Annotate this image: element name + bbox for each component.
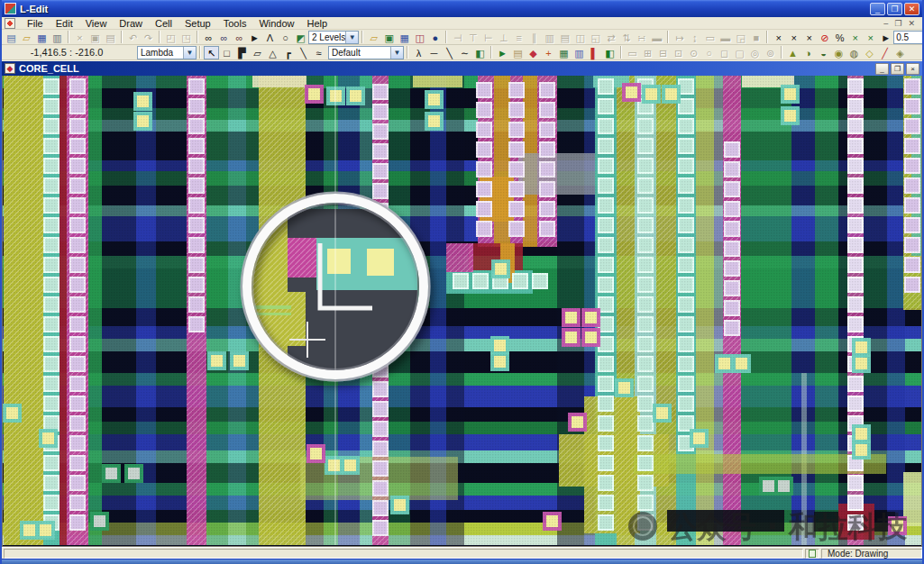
- drc-setup-button[interactable]: ▥: [572, 46, 587, 59]
- menu-edit[interactable]: Edit: [50, 18, 79, 29]
- drawing-toolbar: -1,416.5 : -216.0 Lambda ▼ ↖□▛▱△┏╲≈ Defa…: [2, 45, 922, 60]
- align-y-button[interactable]: ×: [863, 31, 878, 44]
- edit-in-place-button[interactable]: +: [541, 46, 556, 59]
- wire-tool[interactable]: ≈: [311, 46, 326, 59]
- print-button[interactable]: ▥: [50, 31, 65, 44]
- zoom-tool-button[interactable]: ○: [278, 31, 293, 44]
- place-instance-button[interactable]: ►: [495, 46, 510, 59]
- window-frame-bottom: [2, 559, 922, 564]
- find-all-button[interactable]: ∞: [232, 31, 247, 44]
- mdi-window-controls: –❐✕: [883, 19, 920, 28]
- save-button[interactable]: ▦: [34, 31, 50, 44]
- clean-button[interactable]: ◈: [892, 46, 908, 59]
- wire-style-combobox[interactable]: Default ▼: [328, 46, 404, 59]
- toolbar-group-zoom2: ▭⊞⊟⊡⊙○◻▢◎⊚: [625, 46, 778, 59]
- layout-canvas-svg: 公众号 · 和拉科技: [3, 76, 921, 545]
- cell-browser-button[interactable]: ◫: [412, 31, 427, 44]
- bulb-button[interactable]: ◇: [862, 46, 877, 59]
- menu-draw[interactable]: Draw: [113, 18, 149, 29]
- ruler45-tool[interactable]: ╲: [442, 46, 457, 59]
- wire45-tool[interactable]: ╲: [296, 46, 311, 59]
- mdi-close-button[interactable]: ✕: [908, 19, 915, 28]
- menu-setup[interactable]: Setup: [178, 18, 217, 29]
- boolean-button: ■: [748, 31, 764, 44]
- box-tool[interactable]: □: [219, 46, 234, 59]
- levels-value: 2 Levels: [312, 32, 345, 42]
- open-button[interactable]: ▱: [19, 31, 34, 44]
- highlight-button[interactable]: ◍: [846, 46, 862, 59]
- chevron-down-icon[interactable]: ▼: [345, 32, 358, 43]
- move-by-button[interactable]: ►: [878, 31, 893, 44]
- grid-units-value: Lambda: [141, 48, 173, 58]
- select-tool[interactable]: ↖: [204, 46, 219, 59]
- node-highlight-button[interactable]: ◑: [800, 46, 816, 59]
- close-button[interactable]: ✕: [904, 3, 919, 15]
- layer-palette-button[interactable]: ◩: [293, 31, 308, 44]
- grow-amount-field[interactable]: [893, 31, 924, 44]
- chevron-down-icon[interactable]: ▼: [183, 47, 196, 59]
- polygon45-tool[interactable]: ▱: [250, 46, 265, 59]
- marker-button[interactable]: ╱: [877, 46, 892, 59]
- menu-tools[interactable]: Tools: [217, 18, 253, 29]
- instance-cell-button[interactable]: ▣: [381, 31, 397, 44]
- origin-button: ◎: [747, 46, 763, 59]
- coordinate-readout: -1,416.5 : -216.0: [4, 47, 137, 58]
- child-window-titlebar[interactable]: ◆ CORE_CELL _ ❐ ×: [2, 60, 922, 76]
- app-icon: [5, 3, 16, 14]
- ungroup-button: ◱: [588, 31, 603, 44]
- child-minimize-button[interactable]: _: [875, 63, 889, 75]
- cell-icon: ◆: [5, 63, 15, 74]
- find-next-button[interactable]: ∞: [216, 31, 232, 44]
- mode-label: Mode: Drawing: [828, 549, 888, 559]
- cross-section-button[interactable]: ▦: [556, 46, 572, 59]
- scale-button[interactable]: %: [832, 31, 847, 44]
- menu-file[interactable]: File: [21, 18, 50, 29]
- ruler-line-tool[interactable]: ─: [426, 46, 442, 59]
- layout-canvas[interactable]: 公众号 · 和拉科技: [2, 76, 922, 547]
- measure-button[interactable]: Λ: [262, 31, 278, 44]
- chevron-down-icon[interactable]: ▼: [390, 47, 403, 59]
- all-angle-wire-tool[interactable]: λ: [411, 46, 426, 59]
- restore-button[interactable]: ❐: [887, 3, 902, 15]
- polygon90-tool[interactable]: ▛: [234, 46, 250, 59]
- drc-flag-button[interactable]: ▲: [785, 46, 800, 59]
- mdi-minimize-button[interactable]: –: [883, 19, 888, 28]
- node-trace-button[interactable]: ◒: [816, 46, 831, 59]
- probe-button[interactable]: ◉: [831, 46, 846, 59]
- menu-window[interactable]: Window: [252, 18, 300, 29]
- wire90-tool[interactable]: ┏: [280, 46, 296, 59]
- menu-help[interactable]: Help: [301, 18, 334, 29]
- edit-object-button[interactable]: ►: [247, 31, 262, 44]
- copy-button: ▣: [87, 31, 103, 44]
- minimize-button[interactable]: _: [870, 3, 885, 15]
- align-x-button[interactable]: ×: [847, 31, 863, 44]
- child-restore-button[interactable]: ❐: [891, 63, 904, 75]
- port-tool[interactable]: ◧: [472, 46, 488, 59]
- drc-box-button[interactable]: ◧: [602, 46, 618, 59]
- cut-button: ×: [72, 31, 87, 44]
- toolbar-group-wires: λ─╲∼◧: [411, 46, 488, 59]
- tcell-button[interactable]: ◆: [526, 46, 541, 59]
- curve-tool[interactable]: ∼: [457, 46, 472, 59]
- drc-run-button[interactable]: ▌: [587, 46, 602, 59]
- app-window: L-Edit _ ❐ ✕ FileEditViewDrawCellSetupTo…: [0, 0, 924, 564]
- child-close-button[interactable]: ×: [906, 63, 919, 75]
- group-button: ◫: [572, 31, 588, 44]
- flip-v-button[interactable]: ×: [786, 31, 801, 44]
- flip-h-button[interactable]: ×: [771, 31, 786, 44]
- navigator-button[interactable]: ●: [427, 31, 443, 44]
- new-button[interactable]: ▤: [4, 31, 19, 44]
- find-button[interactable]: ∞: [201, 31, 216, 44]
- no-snap-button[interactable]: ⊘: [817, 31, 832, 44]
- menu-view[interactable]: View: [79, 18, 114, 29]
- save-cell-button[interactable]: ▦: [397, 31, 412, 44]
- open-cell-button[interactable]: ▱: [366, 31, 381, 44]
- rotate-button[interactable]: ×: [801, 31, 817, 44]
- grid-units-combobox[interactable]: Lambda ▼: [137, 46, 197, 59]
- array-button[interactable]: ▤: [510, 46, 526, 59]
- standard-toolbar: ▤▱▦▥ ×▣▤ ↶↷ ◰◳ ∞∞∞► Λ○◩ 2 Levels ▼ ▱▣▦◫●…: [2, 30, 922, 45]
- polygon-tool[interactable]: △: [265, 46, 280, 59]
- mdi-restore-button[interactable]: ❐: [894, 19, 901, 28]
- levels-combobox[interactable]: 2 Levels ▼: [308, 31, 359, 44]
- menu-cell[interactable]: Cell: [149, 18, 178, 29]
